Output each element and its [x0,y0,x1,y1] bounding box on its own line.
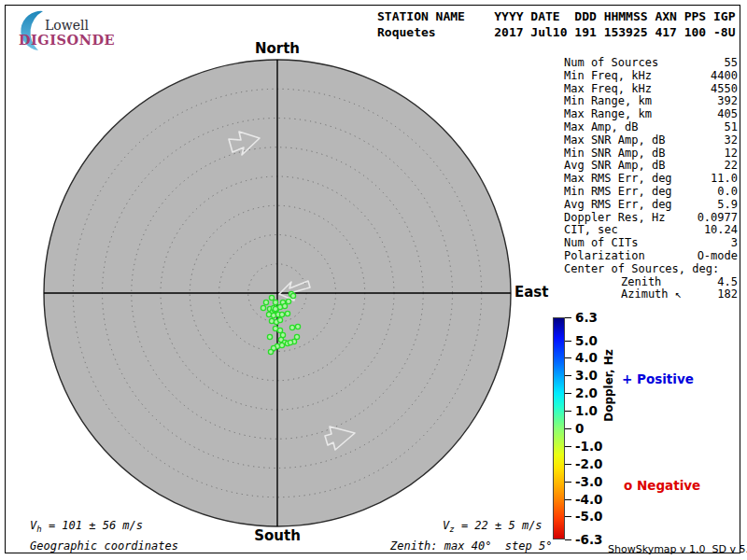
echo-source-dot [277,328,282,332]
echo-source-dot [279,312,284,316]
colorbar-tick [565,539,571,540]
stat-value: 22 [725,160,738,173]
colorbar-tick [565,499,571,500]
vertical-velocity-value: Vz = 22 ± 5 m/s [443,519,543,534]
stat-label: Min SNR Amp, dB [564,147,665,161]
stat-label: Azimuth ↖ [564,288,682,301]
stat-label: Num of Sources [564,57,658,70]
echo-source-dot [277,317,282,322]
echo-source-dot [285,311,289,315]
measurement-stats-list: Num of Sources55Min Freq, kHz4400Max Fre… [564,57,738,301]
stat-label: Max Amp, dB [564,121,638,134]
colorbar-tick-label: 0 [575,421,584,436]
stat-row: Max Range, km405 [564,108,738,121]
echo-source-dot [279,343,284,347]
echo-source-dot [295,324,300,329]
colorbar-axis-label: Doppler, Hz [602,349,615,422]
stat-row: Zenith4.5 [564,276,738,289]
echo-source-dot [261,305,265,310]
plus-marker-icon: + [622,371,632,386]
stat-value: 32 [725,134,738,147]
stat-label: Zenith [564,276,661,289]
stat-value: 55 [725,57,738,70]
stat-value: 0.0 [717,186,738,199]
echo-source-dot [290,293,295,298]
colorbar-tick-label: -1.0 [575,439,603,454]
colorbar-tick-label: 4.0 [575,350,598,365]
stat-label: Center of Sources, deg: [564,263,719,276]
stat-value: 4400 [711,70,738,83]
colorbar-tick-label: 5.0 [575,332,598,347]
logo-digisonde-text: DIGISONDE [19,32,115,48]
legend-positive-label: Positive [637,371,694,386]
colorbar-tick [565,464,571,465]
stat-value: 12 [725,147,738,161]
colorbar-tick [565,482,571,483]
horizontal-velocity-value: Vh = 101 ± 56 m/s [30,519,143,534]
header-table: STATION NAME YYYY DATE DDD HHMMSS AXN PP… [377,8,736,40]
stat-value: 405 [717,108,738,121]
echo-source-dot [282,303,287,308]
stat-value: 4550 [711,83,738,96]
compass-east-label: East [514,284,548,301]
colorbar-tick-label: 6.3 [575,310,598,325]
colorbar-tick [565,317,571,318]
stat-value: 4.5 [717,276,738,289]
stat-value: 392 [717,95,738,108]
stat-label: Doppler Res, Hz [564,212,665,225]
echo-source-dot [267,334,272,339]
circle-marker-icon: o [624,478,632,493]
colorbar-tick-label: -2.0 [575,455,603,470]
colorbar-tick-label: 3.0 [575,368,598,383]
colorbar-tick [565,411,571,412]
stat-value: 182 [717,288,738,301]
lowell-digisonde-logo: Lowell DIGISONDE [9,7,168,49]
stat-value: 10.24 [704,224,738,237]
stat-value: 5.9 [717,199,738,212]
echo-source-dot [273,300,277,304]
colorbar-tick-label: -5.0 [575,509,603,524]
stat-row: Max Amp, dB51 [564,121,738,134]
stat-label: Max Range, km [564,108,652,121]
stat-row: Doppler Res, Hz0.0977 [564,212,738,225]
stat-label: Min Range, km [564,95,652,108]
echo-source-dot [294,334,299,339]
skymap-polar-plot [39,55,515,531]
stat-row: Min Freq, kHz4400 [564,70,738,83]
stat-row: Num of CITs3 [564,237,738,250]
echo-source-dot [273,306,277,311]
colorbar-tick [565,516,571,517]
stat-value: 0.0977 [698,212,738,225]
stat-value: O-mode [698,250,738,263]
logo-lowell-text: Lowell [45,18,89,33]
software-version: ShowSkymap v 1.0 SD v 5.1 [608,543,747,555]
stat-row: PolarizationO-mode [564,250,738,263]
stat-label: Min Freq, kHz [564,70,652,83]
echo-source-dot [268,349,273,354]
stat-row: Max RMS Err, deg11.0 [564,173,738,186]
stat-row: CIT, sec10.24 [564,224,738,237]
stat-label: CIT, sec [564,224,618,237]
stat-row: Min Range, km392 [564,95,738,108]
echo-source-dot [288,340,292,344]
colorbar-tick-label: -3.0 [575,473,603,488]
colorbar-tick-label: 2.0 [575,385,598,400]
showskymap-window: Lowell DIGISONDE STATION NAME YYYY DATE … [0,0,747,560]
stat-row: Max SNR Amp, dB32 [564,134,738,147]
legend-positive: + Positive [622,371,694,386]
stat-label: Max Freq, kHz [564,83,652,96]
echo-source-dot [266,312,271,316]
stat-row: Azimuth ↖182 [564,288,738,301]
stat-label: Max RMS Err, deg [564,173,672,186]
colorbar-tick-label: -6.3 [575,532,603,547]
legend-negative: o Negative [624,478,700,493]
stat-value: 3 [731,237,738,250]
stat-row: Max Freq, kHz4550 [564,83,738,96]
echo-source-dot [289,325,294,329]
stat-row: Min SNR Amp, dB12 [564,147,738,161]
doppler-colorbar [553,317,565,539]
header-values-row: Roquetes 2017 Jul10 191 153925 417 100 -… [377,25,736,39]
stat-label: Avg SNR Amp, dB [564,160,665,173]
stat-row: Avg SNR Amp, dB22 [564,160,738,173]
echo-source-dot [263,300,268,304]
